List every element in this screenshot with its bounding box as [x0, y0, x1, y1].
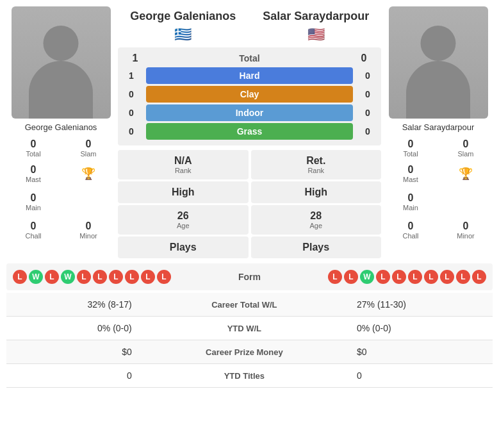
stat-left-value: 32% (8-17): [6, 293, 142, 317]
surface-right-num: 0: [358, 89, 377, 99]
left-mast-label: Mast: [8, 176, 59, 183]
stat-center-label: Career Total W/L: [142, 293, 347, 317]
left-player-stats: 0 Total 0 Slam 0 Mast 🏆 0: [6, 136, 115, 186]
left-rank-box: N/A Rank: [118, 150, 249, 179]
left-flag-icon: 🇬🇷: [120, 26, 246, 43]
right-mast-label: Mast: [385, 176, 436, 183]
left-player-name-header: George Galenianos: [120, 9, 246, 24]
left-minor-val: 0: [63, 220, 114, 232]
right-age-box: 28 Age: [251, 205, 382, 235]
surface-row: 0Clay0: [122, 86, 377, 103]
surface-badge: Clay: [146, 86, 353, 103]
stat-center-label: Career Prize Money: [142, 340, 347, 364]
left-minor-cell: 0 Minor: [61, 218, 115, 242]
total-label: Total: [145, 53, 354, 63]
left-age-lbl: Age: [123, 222, 243, 229]
form-badge: L: [328, 270, 342, 284]
right-mast-cell: 0 Mast: [384, 162, 438, 186]
right-player-section: Salar Saraydarpour 0 Total 0 Slam 0 Mast…: [384, 6, 493, 242]
form-badge: L: [376, 270, 390, 284]
form-badge: L: [109, 270, 123, 284]
left-plays-val: Plays: [123, 242, 243, 253]
form-badge: L: [13, 270, 27, 284]
surface-row: 0Grass0: [122, 123, 377, 140]
right-slam-value: 0: [440, 138, 491, 150]
right-minor-val: 0: [440, 220, 491, 232]
surface-row: 0Indoor0: [122, 104, 377, 121]
right-player-stats-3: 0 Chall 0 Minor: [384, 218, 493, 242]
form-badge: W: [61, 270, 75, 284]
left-player-avatar: [12, 6, 111, 119]
left-player-stats-3: 0 Chall 0 Minor: [6, 218, 115, 242]
right-flag-icon: 🇺🇸: [254, 26, 379, 43]
table-row: 32% (8-17)Career Total W/L27% (11-30): [6, 293, 493, 317]
left-total-cell: 0 Total: [6, 136, 60, 160]
surface-right-num: 0: [358, 126, 377, 137]
left-slam-value: 0: [63, 138, 114, 150]
surface-rows-container: 1Hard00Clay00Indoor00Grass0: [122, 67, 377, 140]
surface-right-num: 0: [358, 108, 377, 118]
stat-right-value: $0: [347, 340, 493, 364]
left-minor-lbl: Minor: [63, 232, 114, 240]
form-badge: W: [360, 270, 374, 284]
right-form-badges: LLWLLLLLLL: [275, 270, 487, 284]
left-player-name: George Galenianos: [25, 122, 97, 132]
form-label: Form: [231, 272, 269, 282]
form-section: LWLWLLLLLL Form LLWLLLLLLL: [6, 263, 493, 290]
right-total-value: 0: [385, 138, 436, 150]
surface-badge: Hard: [146, 67, 353, 84]
stat-center-label: YTD Titles: [142, 364, 347, 388]
surface-badge: Indoor: [146, 104, 353, 121]
right-main-cell-2: 0 Main: [384, 190, 438, 214]
left-age-val: 26: [123, 210, 243, 222]
right-high-val: High: [256, 187, 377, 198]
avatar-body-right: [406, 61, 470, 119]
right-chall-val: 0: [385, 220, 436, 232]
form-badge: L: [424, 270, 438, 284]
left-rank-lbl: Rank: [123, 167, 243, 174]
comparison-area: George Galenianos 0 Total 0 Slam 0 Mast …: [6, 6, 493, 258]
surface-row: 1Hard0: [122, 67, 377, 84]
right-plays-box: Plays: [251, 236, 382, 258]
form-badge: L: [125, 270, 139, 284]
right-player-name-header: Salar Saraydarpour: [254, 9, 379, 24]
right-slam-cell: 0 Slam: [439, 136, 493, 160]
left-age-box: 26 Age: [118, 205, 249, 235]
right-main-val: 0: [385, 192, 436, 204]
form-badge: W: [29, 270, 43, 284]
surface-left-num: 0: [122, 126, 141, 137]
left-player-stats-2: 0 Main: [6, 190, 115, 214]
left-high-val: High: [123, 187, 243, 198]
right-slam-label: Slam: [440, 150, 491, 158]
stat-left-value: 0: [6, 364, 142, 388]
left-slam-label: Slam: [63, 150, 114, 158]
right-total-cell: 0 Total: [384, 136, 438, 160]
surface-left-num: 0: [122, 108, 141, 118]
form-badge: L: [45, 270, 59, 284]
form-row: LWLWLLLLLL Form LLWLLLLLLL: [13, 270, 486, 284]
table-row: 0YTD Titles0: [6, 364, 493, 388]
left-chall-cell: 0 Chall: [6, 218, 60, 242]
main-container: George Galenianos 0 Total 0 Slam 0 Mast …: [0, 0, 499, 394]
right-plays-val: Plays: [256, 242, 377, 253]
right-age-val: 28: [256, 210, 377, 222]
surface-left-num: 1: [122, 71, 141, 81]
table-row: 0% (0-0)YTD W/L0% (0-0): [6, 317, 493, 340]
stat-right-value: 0% (0-0): [347, 317, 493, 340]
stats-table-container: 32% (8-17)Career Total W/L27% (11-30)0% …: [6, 293, 493, 388]
right-chall-lbl: Chall: [385, 232, 436, 240]
right-rank-lbl: Rank: [256, 167, 377, 174]
stat-center-label: YTD W/L: [142, 317, 347, 340]
right-minor-cell: 0 Minor: [439, 218, 493, 242]
stats-table: 32% (8-17)Career Total W/L27% (11-30)0% …: [6, 293, 493, 388]
left-mast-value: 0: [8, 164, 59, 176]
left-plays-box: Plays: [118, 236, 249, 258]
form-badge: L: [440, 270, 454, 284]
form-badge: L: [456, 270, 470, 284]
stat-left-value: 0% (0-0): [6, 317, 142, 340]
stat-right-value: 27% (11-30): [347, 293, 493, 317]
total-row: 1 Total 0: [122, 51, 377, 65]
right-player-name: Salar Saraydarpour: [402, 122, 475, 132]
left-high-box: High: [118, 181, 249, 203]
form-badge: L: [157, 270, 171, 284]
